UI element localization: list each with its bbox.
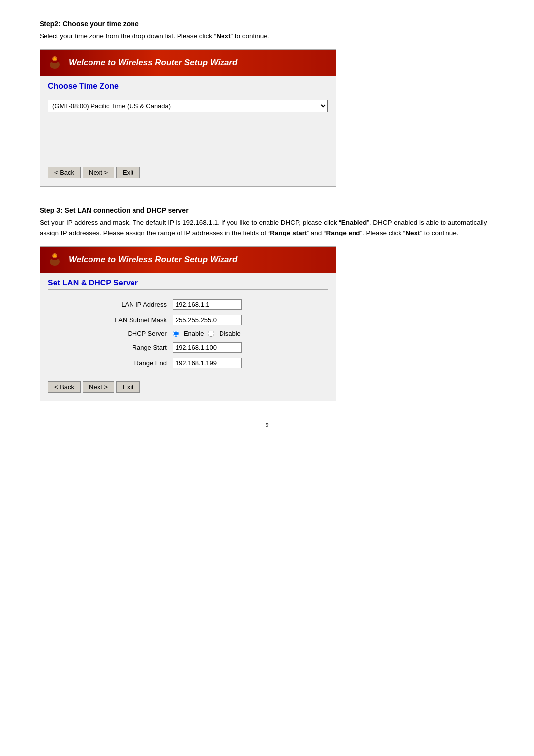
range-start-label: Range Start xyxy=(48,340,170,355)
step3-buttons: < Back Next > Exit xyxy=(48,378,328,393)
step2-section: Step2: Choose your time zone Select your… xyxy=(40,20,494,187)
step3-section: Step 3: Set LAN connection and DHCP serv… xyxy=(40,206,494,401)
step2-buttons: < Back Next > Exit xyxy=(48,163,328,178)
dhcp-enable-radio[interactable] xyxy=(173,331,179,337)
step3-desc-mid2: ” and “ xyxy=(307,229,326,236)
dhcp-enable-label: Enable xyxy=(184,330,204,337)
step2-description: Select your time zone from the drop down… xyxy=(40,31,494,42)
step3-wizard-panel: Welcome to Wireless Router Setup Wizard … xyxy=(40,246,336,401)
step2-desc-pre: Select your time zone from the drop down… xyxy=(40,32,216,40)
step2-wizard-header: Welcome to Wireless Router Setup Wizard xyxy=(40,50,336,76)
step2-desc-post: ” to continue. xyxy=(230,32,269,40)
step3-desc-next: Next xyxy=(405,229,420,236)
step3-desc-end: ”. Please click “ xyxy=(360,229,406,236)
step2-exit-button[interactable]: Exit xyxy=(116,167,140,178)
step3-next-button[interactable]: Next > xyxy=(83,381,114,393)
dhcp-label: DHCP Server xyxy=(48,328,170,340)
step3-wizard-logo-icon xyxy=(46,251,64,269)
step2-wizard-panel: Welcome to Wireless Router Setup Wizard … xyxy=(40,49,336,187)
lan-ip-label: LAN IP Address xyxy=(48,297,170,312)
step2-next-button[interactable]: Next > xyxy=(83,167,114,178)
lan-mask-row: LAN Subnet Mask xyxy=(48,312,328,328)
wizard-logo-icon xyxy=(46,54,64,72)
dhcp-disable-radio[interactable] xyxy=(208,331,214,337)
step3-wizard-body: Set LAN & DHCP Server LAN IP Address LAN… xyxy=(40,273,336,401)
range-start-input[interactable] xyxy=(173,342,242,353)
dhcp-radio-group: Enable Disable xyxy=(173,330,325,337)
page-number: 9 xyxy=(40,421,494,428)
lan-ip-row: LAN IP Address xyxy=(48,297,328,312)
step3-exit-button[interactable]: Exit xyxy=(116,381,140,393)
step3-desc-bold3: Range end xyxy=(326,229,360,236)
step3-desc-1: Set your IP address and mask. The defaul… xyxy=(40,219,341,226)
step2-wizard-body: Choose Time Zone (GMT-08:00) Pacific Tim… xyxy=(40,76,336,186)
step3-desc-bold1: Enabled xyxy=(341,219,367,226)
step3-title: Step 3: Set LAN connection and DHCP serv… xyxy=(40,206,494,214)
dhcp-disable-label: Disable xyxy=(219,330,240,337)
step2-section-title: Choose Time Zone xyxy=(48,82,328,93)
step3-wizard-title: Welcome to Wireless Router Setup Wizard xyxy=(69,255,237,265)
lan-ip-input[interactable] xyxy=(173,299,242,310)
lan-mask-label: LAN Subnet Mask xyxy=(48,312,170,328)
form-spacer xyxy=(48,118,328,158)
step2-desc-next: Next xyxy=(216,32,230,40)
step2-back-button[interactable]: < Back xyxy=(48,167,81,178)
range-end-row: Range End xyxy=(48,355,328,371)
dhcp-row: DHCP Server Enable Disable xyxy=(48,328,328,340)
step3-desc-final: ” to continue. xyxy=(420,229,458,236)
range-end-input[interactable] xyxy=(173,358,242,368)
step3-back-button[interactable]: < Back xyxy=(48,381,81,393)
range-end-label: Range End xyxy=(48,355,170,371)
timezone-select[interactable]: (GMT-08:00) Pacific Time (US & Canada) (… xyxy=(48,100,328,112)
step2-title: Step2: Choose your time zone xyxy=(40,20,494,28)
step3-description: Set your IP address and mask. The defaul… xyxy=(40,217,494,238)
step2-wizard-title: Welcome to Wireless Router Setup Wizard xyxy=(69,58,237,68)
lan-form-table: LAN IP Address LAN Subnet Mask DHCP Serv… xyxy=(48,297,328,371)
step3-desc-bold2: Range start xyxy=(270,229,307,236)
range-start-row: Range Start xyxy=(48,340,328,355)
step3-wizard-header: Welcome to Wireless Router Setup Wizard xyxy=(40,247,336,273)
lan-mask-input[interactable] xyxy=(173,315,242,325)
step3-section-title: Set LAN & DHCP Server xyxy=(48,279,328,290)
